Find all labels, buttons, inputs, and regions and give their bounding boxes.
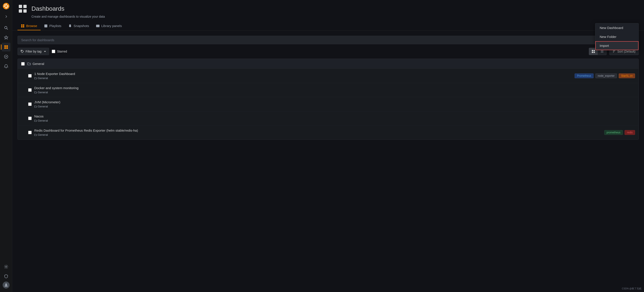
page-icon bbox=[18, 3, 28, 14]
sidebar-item-search[interactable] bbox=[2, 23, 10, 32]
folder-checkbox[interactable] bbox=[21, 62, 25, 66]
dashboard-folder: General bbox=[34, 91, 632, 94]
dashboard-tag[interactable]: prometheus bbox=[604, 130, 623, 135]
tag-icon bbox=[21, 50, 24, 53]
tab-playlists-label: Playlists bbox=[49, 24, 61, 28]
svg-rect-39 bbox=[592, 52, 593, 53]
dashboard-row[interactable]: Nacos General bbox=[18, 111, 638, 126]
dropdown-item-new-dashboard[interactable]: New Dashboard bbox=[595, 23, 638, 32]
dashboard-tag[interactable]: Prometheus bbox=[574, 73, 594, 78]
svg-point-17 bbox=[6, 266, 7, 267]
dashboard-checkbox[interactable] bbox=[28, 88, 32, 92]
svg-rect-40 bbox=[594, 52, 595, 53]
dashboard-info: 1 Node Exporter Dashboard General bbox=[34, 72, 572, 80]
user-avatar[interactable] bbox=[2, 282, 10, 289]
svg-rect-33 bbox=[96, 25, 99, 27]
sidebar-toggle[interactable] bbox=[2, 12, 10, 21]
filter-row: Filter by tag Starred bbox=[18, 48, 639, 55]
dashboard-row[interactable]: 1 Node Exporter Dashboard General Promet… bbox=[18, 69, 638, 83]
dashboard-info: JVM (Micrometer) General bbox=[34, 100, 632, 108]
filter-chevron-icon bbox=[44, 51, 46, 52]
svg-rect-22 bbox=[23, 9, 27, 13]
import-label: Import bbox=[600, 44, 609, 47]
svg-rect-23 bbox=[21, 24, 22, 26]
page-title: Dashboards bbox=[32, 5, 64, 12]
tab-snapshots-label: Snapshots bbox=[74, 24, 89, 28]
dashboard-folder: General bbox=[34, 76, 572, 80]
dashboard-tags: Prometheusnode_exporterStarSL.cn bbox=[574, 73, 635, 78]
svg-rect-20 bbox=[23, 5, 27, 8]
svg-rect-25 bbox=[21, 26, 22, 27]
svg-marker-16 bbox=[6, 56, 7, 57]
grafana-logo[interactable] bbox=[2, 2, 10, 10]
sidebar-item-explore[interactable] bbox=[2, 52, 10, 61]
sidebar-item-dashboards[interactable] bbox=[2, 43, 10, 51]
tabs-nav: Browse Playlists Snapshots bbox=[18, 22, 639, 30]
svg-rect-14 bbox=[6, 47, 8, 49]
svg-rect-19 bbox=[19, 5, 22, 8]
folder-row-general[interactable]: General bbox=[18, 59, 638, 69]
sidebar bbox=[0, 0, 12, 292]
filter-by-tag-button[interactable]: Filter by tag bbox=[18, 48, 49, 55]
dashboard-row[interactable]: Redis Dashboard for Prometheus Redis Exp… bbox=[18, 126, 638, 140]
page-header: Dashboards Create and manage dashboards … bbox=[12, 0, 644, 30]
dashboard-checkbox[interactable] bbox=[28, 74, 32, 78]
svg-rect-37 bbox=[592, 50, 593, 51]
page-title-row: Dashboards bbox=[18, 3, 639, 14]
sidebar-item-shield[interactable] bbox=[2, 272, 10, 281]
new-folder-label: New Folder bbox=[600, 35, 616, 39]
svg-point-32 bbox=[70, 26, 70, 26]
dashboard-row[interactable]: JVM (Micrometer) General bbox=[18, 97, 638, 111]
svg-rect-21 bbox=[19, 9, 22, 13]
tab-snapshots[interactable]: Snapshots bbox=[65, 22, 92, 30]
dashboard-tags: prometheusredis bbox=[604, 130, 635, 135]
content-area: New Filter by tag Starred bbox=[12, 30, 644, 292]
dashboard-folder: General bbox=[34, 105, 632, 108]
dashboard-checkbox[interactable] bbox=[28, 102, 32, 106]
sidebar-item-starred[interactable] bbox=[2, 33, 10, 42]
page-subtitle: Create and manage dashboards to visualiz… bbox=[32, 15, 639, 18]
svg-rect-24 bbox=[23, 24, 24, 26]
svg-rect-38 bbox=[594, 50, 595, 51]
sidebar-item-alerting[interactable] bbox=[2, 62, 10, 71]
tab-browse[interactable]: Browse bbox=[18, 22, 40, 30]
sidebar-item-settings[interactable] bbox=[2, 262, 10, 271]
folder-name: General bbox=[27, 62, 44, 66]
starred-label: Starred bbox=[57, 50, 67, 53]
sidebar-nav bbox=[2, 22, 10, 262]
dropdown-item-import[interactable]: Import bbox=[595, 41, 638, 50]
starred-checkbox-input[interactable] bbox=[52, 50, 55, 53]
dashboard-name: 1 Node Exporter Dashboard bbox=[34, 72, 572, 76]
dashboard-folder: General bbox=[34, 119, 632, 122]
dashboard-info: Nacos General bbox=[34, 114, 632, 122]
main-content: Dashboards Create and manage dashboards … bbox=[12, 0, 644, 292]
search-input[interactable] bbox=[18, 36, 616, 44]
dashboard-rows: 1 Node Exporter Dashboard General Promet… bbox=[18, 69, 638, 140]
dropdown-item-new-folder[interactable]: New Folder bbox=[595, 32, 638, 41]
svg-rect-26 bbox=[23, 26, 24, 27]
folder-small-icon bbox=[34, 105, 37, 108]
svg-rect-12 bbox=[6, 45, 8, 47]
grid-icon bbox=[592, 50, 595, 53]
attribution: CSDN @夜了无眠 bbox=[622, 287, 642, 290]
dashboard-tag[interactable]: StarSL.cn bbox=[619, 73, 635, 78]
tab-playlists[interactable]: Playlists bbox=[40, 22, 65, 30]
dashboard-tag[interactable]: redis bbox=[624, 130, 635, 135]
svg-marker-10 bbox=[4, 36, 8, 39]
svg-point-18 bbox=[5, 284, 7, 285]
svg-point-36 bbox=[22, 51, 22, 51]
folder-icon bbox=[27, 62, 31, 66]
folder-small-icon bbox=[34, 91, 37, 94]
folder-label: General bbox=[32, 62, 44, 66]
dashboard-list: General 1 Node Exporter Dashboard Genera… bbox=[18, 59, 639, 140]
dashboard-tag[interactable]: node_exporter bbox=[595, 73, 617, 78]
dashboard-row[interactable]: Docker and system monitoring General bbox=[18, 83, 638, 97]
new-dashboard-label: New Dashboard bbox=[600, 26, 623, 30]
starred-filter[interactable]: Starred bbox=[52, 50, 67, 53]
svg-rect-11 bbox=[4, 45, 6, 47]
dashboard-checkbox[interactable] bbox=[28, 117, 32, 120]
tab-browse-label: Browse bbox=[26, 24, 37, 28]
svg-line-9 bbox=[6, 28, 8, 30]
dashboard-checkbox[interactable] bbox=[28, 131, 32, 134]
tab-library-panels[interactable]: Library panels bbox=[92, 22, 125, 30]
